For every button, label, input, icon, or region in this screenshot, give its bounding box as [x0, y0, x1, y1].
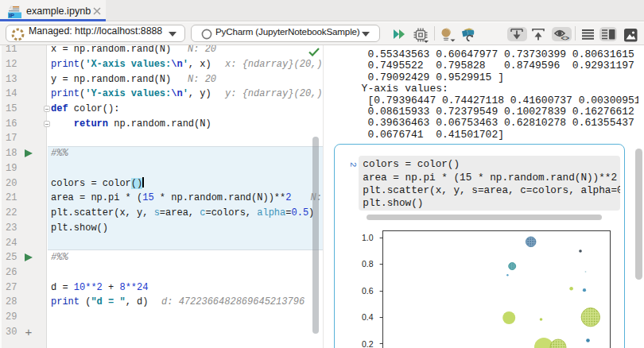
- svg-text:0.6: 0.6: [362, 286, 374, 296]
- svg-text:<>: <>: [561, 34, 570, 41]
- svg-text:1.0: 1.0: [362, 233, 374, 242]
- svg-text:0.4: 0.4: [362, 312, 374, 322]
- svg-text:IP: IP: [9, 12, 14, 19]
- svg-text:0.8: 0.8: [362, 259, 374, 269]
- svg-text:0.2: 0.2: [362, 339, 374, 348]
